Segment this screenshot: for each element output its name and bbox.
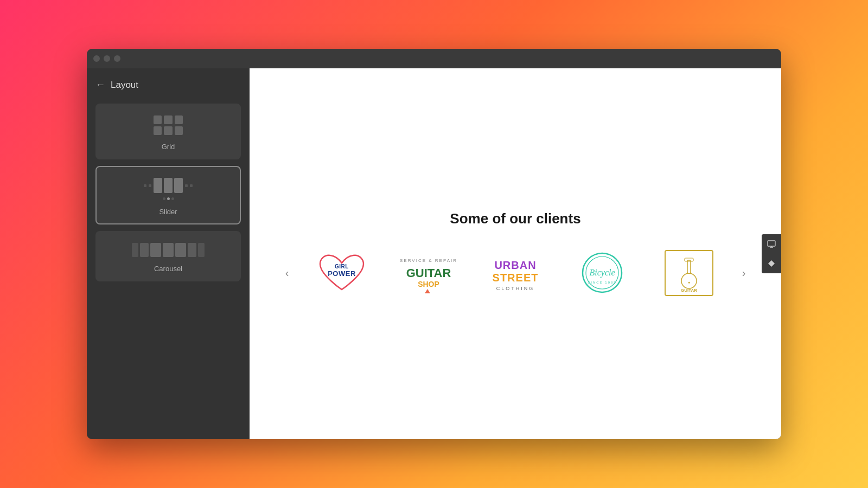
bicycle-svg: Bicycle SINCE 1985	[572, 250, 632, 296]
carousel-cell-small	[132, 243, 138, 257]
paint-button[interactable]	[762, 254, 781, 273]
slider-main-cells	[154, 178, 183, 193]
slider-cell	[174, 178, 183, 193]
sidebar-title: Layout	[111, 80, 138, 91]
logo-guitar-shop: SERVICE & REPAIR GUITAR SHOP	[393, 249, 464, 298]
slider-cell	[164, 178, 173, 193]
layout-card-slider[interactable]: Slider	[95, 166, 241, 224]
svg-marker-21	[768, 260, 775, 267]
grid-cell	[175, 126, 183, 135]
svg-text:●: ●	[688, 280, 690, 284]
slider-side-cell	[144, 184, 146, 187]
carousel-cell-medium	[140, 243, 149, 257]
window-body: ← Layout Grid	[87, 68, 781, 439]
svg-text:SERVICE & REPAIR: SERVICE & REPAIR	[400, 258, 457, 263]
carousel-cell-large	[150, 243, 161, 257]
slider-cell	[154, 178, 162, 193]
titlebar	[87, 49, 781, 68]
carousel-icon	[132, 243, 205, 257]
svg-rect-18	[768, 241, 775, 246]
bicycle-guitar-svg: ● GUITAR	[668, 253, 710, 294]
carousel-cell-large	[175, 243, 186, 257]
svg-rect-15	[685, 258, 693, 261]
carousel-wrapper: ‹ GIRL POWER	[271, 249, 760, 298]
main-content: Some of our clients ‹ GIRL POWER	[250, 68, 781, 439]
svg-marker-5	[425, 289, 430, 293]
grid-cell	[175, 115, 183, 124]
carousel-items: GIRL POWER SERVICE & REPAIR GUITAR SHOP	[307, 249, 724, 298]
svg-text:Bicycle: Bicycle	[589, 268, 615, 278]
app-window: ← Layout Grid	[87, 49, 781, 439]
carousel-cell-medium	[188, 243, 196, 257]
carousel-next-button[interactable]: ›	[735, 265, 752, 282]
bicycle-guitar-inner: ● GUITAR	[665, 250, 713, 296]
slider-icon	[144, 178, 193, 193]
logo-urban-street: URBAN STREET CLOTHING	[480, 249, 551, 298]
close-button[interactable]	[93, 55, 100, 62]
grid-cell	[164, 115, 172, 124]
back-button[interactable]: ←	[95, 79, 105, 91]
slider-side-cell	[190, 184, 193, 187]
svg-rect-14	[687, 260, 691, 273]
maximize-button[interactable]	[114, 55, 120, 62]
minimize-button[interactable]	[104, 55, 110, 62]
svg-text:GUITAR: GUITAR	[406, 266, 451, 280]
layout-card-grid[interactable]: Grid	[95, 104, 241, 159]
grid-icon	[154, 115, 183, 135]
girl-power-svg: GIRL POWER	[312, 249, 372, 298]
slider-side-cell	[185, 184, 188, 187]
slider-pagination-dot	[167, 197, 170, 200]
svg-text:CLOTHING: CLOTHING	[496, 286, 534, 291]
slider-pagination-dot	[171, 197, 174, 200]
sidebar: ← Layout Grid	[87, 68, 250, 439]
grid-cell	[164, 126, 172, 135]
clients-title: Some of our clients	[450, 210, 580, 227]
slider-dots	[163, 197, 174, 200]
carousel-label: Carousel	[154, 265, 182, 273]
guitar-shop-svg: SERVICE & REPAIR GUITAR SHOP	[398, 250, 460, 296]
monitor-icon	[767, 240, 776, 248]
svg-text:URBAN: URBAN	[494, 259, 536, 271]
carousel-cell-small	[198, 243, 205, 257]
urban-street-svg: URBAN STREET CLOTHING	[484, 250, 547, 296]
sidebar-header: ← Layout	[95, 77, 241, 93]
slider-label: Slider	[159, 208, 177, 216]
slider-pagination-dot	[163, 197, 165, 200]
logo-girl-power: GIRL POWER	[307, 249, 377, 298]
carousel-cell-large	[163, 243, 174, 257]
grid-cell	[154, 115, 162, 124]
layout-card-carousel[interactable]: Carousel	[95, 231, 241, 281]
monitor-button[interactable]	[762, 234, 781, 254]
logo-bicycle-guitar-box: ● GUITAR	[654, 249, 724, 298]
grid-label: Grid	[162, 143, 175, 151]
svg-text:SINCE 1985: SINCE 1985	[588, 281, 616, 284]
svg-text:POWER: POWER	[328, 269, 356, 278]
slider-side-cell	[149, 184, 151, 187]
paint-icon	[767, 259, 776, 268]
svg-text:GIRL: GIRL	[335, 264, 349, 269]
right-controls	[762, 234, 781, 273]
carousel-prev-button[interactable]: ‹	[278, 265, 296, 282]
svg-text:STREET: STREET	[492, 272, 538, 284]
svg-text:SHOP: SHOP	[418, 280, 439, 288]
clients-section: Some of our clients ‹ GIRL POWER	[250, 210, 781, 298]
grid-cell	[154, 126, 162, 135]
logo-bicycle: Bicycle SINCE 1985	[567, 249, 637, 298]
traffic-lights	[93, 55, 120, 62]
svg-text:GUITAR: GUITAR	[681, 288, 697, 293]
